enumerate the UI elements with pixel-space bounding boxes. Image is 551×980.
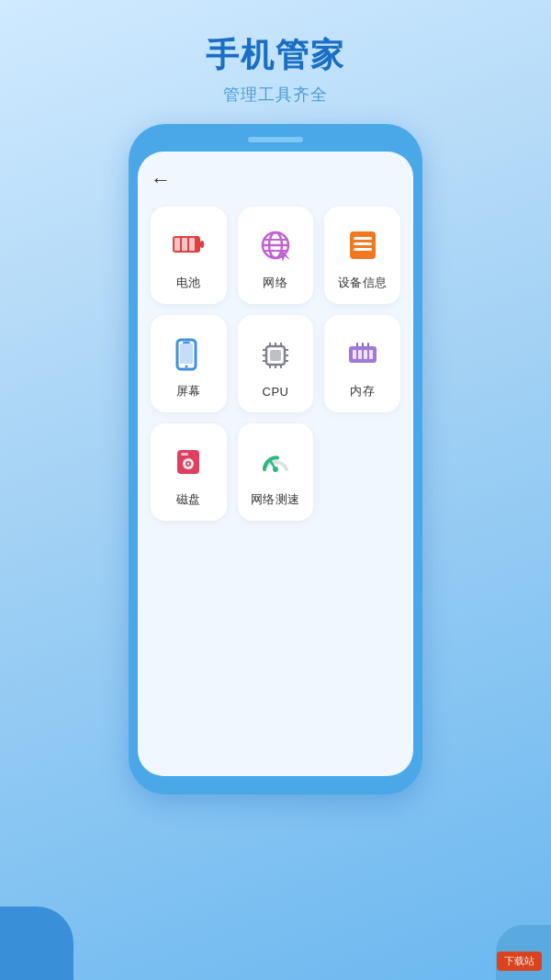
svg-point-17 (186, 366, 188, 368)
svg-rect-45 (181, 453, 188, 456)
svg-rect-1 (200, 241, 204, 248)
speedtest-icon-wrap (253, 440, 298, 484)
battery-icon-wrap (166, 223, 210, 267)
speedtest-icon (257, 444, 294, 480)
speedtest-label: 网络测速 (251, 491, 300, 508)
network-icon-wrap (253, 223, 298, 267)
grid-item-disk[interactable]: 磁盘 (151, 423, 227, 521)
grid-item-device-info[interactable]: 设备信息 (324, 207, 400, 304)
screen-label: 屏幕 (176, 383, 201, 400)
memory-icon-wrap (341, 332, 385, 376)
battery-label: 电池 (176, 275, 201, 291)
disk-label: 磁盘 (176, 491, 201, 508)
svg-rect-34 (353, 350, 356, 359)
device-info-label: 设备信息 (338, 275, 388, 291)
memory-icon (344, 335, 381, 372)
svg-rect-36 (364, 350, 367, 359)
svg-rect-37 (369, 350, 373, 359)
svg-rect-14 (354, 248, 372, 251)
svg-rect-3 (182, 238, 187, 251)
phone-speaker (248, 137, 303, 142)
device-info-icon-wrap (341, 223, 385, 267)
network-label: 网络 (263, 275, 287, 291)
svg-rect-35 (358, 350, 362, 359)
grid-item-battery[interactable]: 电池 (151, 207, 227, 304)
decorative-corner-left (0, 907, 73, 980)
svg-rect-13 (354, 242, 372, 245)
back-button[interactable]: ← (151, 168, 171, 192)
phone-frame: ← 电池 (129, 124, 422, 794)
grid-item-cpu[interactable]: CPU (238, 315, 314, 412)
network-icon (257, 227, 294, 264)
cpu-label: CPU (263, 385, 289, 399)
grid-item-screen[interactable]: 屏幕 (151, 315, 227, 412)
grid-item-network[interactable]: 网络 (238, 207, 314, 304)
svg-rect-4 (189, 238, 195, 251)
main-title: 手机管家 (206, 33, 345, 78)
header: 手机管家 管理工具齐全 (206, 0, 345, 124)
disk-icon-wrap (166, 440, 210, 484)
watermark: 下载站 (497, 952, 542, 971)
battery-icon (170, 227, 207, 264)
svg-rect-40 (367, 343, 369, 347)
grid-item-speedtest[interactable]: 网络测速 (238, 423, 314, 521)
disk-icon (170, 444, 207, 480)
svg-rect-18 (183, 342, 190, 344)
svg-rect-39 (362, 343, 364, 347)
watermark-text: 下载站 (504, 955, 534, 966)
svg-point-44 (187, 463, 189, 465)
svg-rect-12 (354, 237, 372, 240)
memory-label: 内存 (350, 383, 375, 400)
sub-title: 管理工具齐全 (206, 84, 345, 106)
grid-item-memory[interactable]: 内存 (324, 315, 400, 412)
device-info-icon (344, 227, 381, 264)
svg-rect-16 (180, 344, 193, 364)
svg-rect-2 (174, 238, 180, 251)
grid-row-1: 电池 网络 (151, 207, 400, 521)
cpu-icon-wrap (253, 333, 298, 377)
svg-rect-20 (270, 350, 281, 361)
screen-icon-wrap (166, 332, 210, 376)
svg-rect-38 (356, 343, 358, 347)
phone-screen: ← 电池 (138, 152, 413, 776)
screen-icon (170, 335, 207, 372)
phone-wrapper: ← 电池 (119, 124, 432, 980)
cpu-icon (257, 337, 294, 374)
